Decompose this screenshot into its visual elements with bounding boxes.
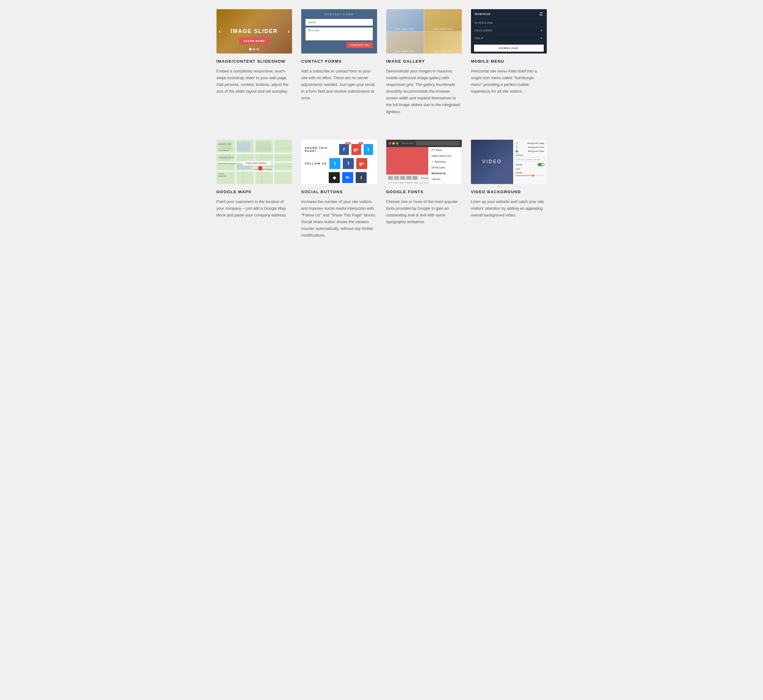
font-item-droidsans[interactable]: Droid Sans xyxy=(428,165,461,170)
fonts-table-icon[interactable]: ▦ xyxy=(394,176,399,180)
behance-icon: Be xyxy=(346,176,350,179)
mm-hamburger-icon[interactable]: ☰ xyxy=(539,12,543,17)
follow-row2: ◆ Be t xyxy=(329,172,373,183)
share-facebook-btn[interactable]: f 192 xyxy=(339,144,349,155)
slider-learn-more[interactable]: LEARN MORE xyxy=(239,38,269,44)
videobg-title: VIDEO BACKGROUND xyxy=(471,189,547,194)
mm-logo: MOBIRISE xyxy=(475,12,491,16)
page-wrapper: IMAGE SLIDER LEARN MORE ‹ › IMAGE/CONTEN… xyxy=(210,0,553,263)
gallery-image: Type caption here Type caption here Type… xyxy=(386,9,462,53)
fonts-max-dot xyxy=(396,142,398,145)
fonts-link-icon[interactable]: 🔗 xyxy=(412,176,417,180)
video-color-label: Color xyxy=(515,168,520,170)
follow-label: FOLLOW US xyxy=(305,162,327,165)
slideshow-desc: Embed a completely responsive, touch-swi… xyxy=(216,68,292,95)
cf-message-input[interactable] xyxy=(306,28,373,41)
gallery-desc: Demonstrate your images in masonry mobil… xyxy=(386,68,462,115)
video-opacity-row: Opacity xyxy=(515,172,544,173)
gallery-card: Type caption here Type caption here Type… xyxy=(386,9,462,115)
contactforms-desc: Add a subscribe or contact form to your … xyxy=(301,68,377,102)
contactforms-card: CONTACT FORM CONTACT US CONTACT FORMS Ad… xyxy=(301,9,377,115)
radio-bg-image[interactable] xyxy=(515,142,518,145)
map-popup-label: Empire State Building xyxy=(246,162,266,164)
mobilemenu-title: MOBILE MENU xyxy=(471,59,547,64)
mm-download-btn[interactable]: DOWNLOAD xyxy=(474,45,544,52)
fonts-dropdown[interactable]: PT Sans Open Sans Con... ✓ Raleway Droid… xyxy=(428,147,462,184)
slider-title: IMAGE SLIDER xyxy=(230,28,278,34)
mm-item-features[interactable]: FEATURES ▼ xyxy=(471,27,547,34)
radio-bg-color[interactable] xyxy=(515,146,518,148)
socialbuttons-title: SOCIAL BUTTONS xyxy=(301,189,377,194)
video-url-input[interactable] xyxy=(515,158,544,161)
mobilemenu-desc: Horizontal site menu folds itself into a… xyxy=(471,68,547,95)
font-item-montserrat[interactable]: Montserrat xyxy=(428,170,461,177)
gallery-cell-2[interactable]: Type caption here xyxy=(424,9,462,31)
follow-facebook-btn[interactable]: f xyxy=(343,158,354,169)
follow-twitter-btn[interactable]: t xyxy=(329,158,340,169)
googlefonts-card: Source Serif PT Sans Open Sans Con... ✓ … xyxy=(386,140,462,239)
font-item-ptsans[interactable]: PT Sans xyxy=(428,147,461,153)
follow-tumblr-btn[interactable]: t xyxy=(356,172,367,183)
socialbuttons-image: SHARE THIS PAGE! f 192 g+ 47 t xyxy=(301,140,377,184)
font-item-ubuntu[interactable]: Ubuntu xyxy=(428,177,461,182)
map-popup-close[interactable]: × xyxy=(267,162,269,164)
cf-name-input[interactable] xyxy=(306,19,373,26)
video-overlay-toggle[interactable] xyxy=(537,163,544,166)
map-label-6: Лехай xyxy=(219,173,224,175)
facebook-icon: f xyxy=(343,147,345,152)
follow-github-btn[interactable]: ◆ xyxy=(329,172,340,183)
video-overlay-row: Overlay xyxy=(515,163,544,166)
share-twitter-btn[interactable]: t xyxy=(363,144,373,155)
gallery-cell-3[interactable]: Type caption here xyxy=(386,32,424,54)
follow-gplus-btn[interactable]: g+ xyxy=(356,158,367,169)
follow-row: FOLLOW US t f g+ xyxy=(305,158,373,169)
font-item-droidserif[interactable]: Droid Serif xyxy=(428,182,461,184)
row1-grid: IMAGE SLIDER LEARN MORE ‹ › IMAGE/CONTEN… xyxy=(216,9,547,115)
map-label-7: МИДТАУН xyxy=(218,175,227,177)
gallery-cell-1[interactable]: Type caption here xyxy=(386,9,424,31)
video-color-row: Color xyxy=(515,168,544,170)
twitter-follow-icon: t xyxy=(334,161,336,166)
slider-dot-1[interactable] xyxy=(249,48,252,50)
maps-preview[interactable]: Джейкоб К. Яви... Times Square Conventio… xyxy=(216,140,292,184)
slider-dot-3[interactable] xyxy=(257,48,259,50)
follow-behance-btn[interactable]: Be xyxy=(342,172,353,183)
github-icon: ◆ xyxy=(333,175,336,180)
slideshow-image: IMAGE SLIDER LEARN MORE ‹ › xyxy=(216,9,292,53)
gallery-caption-4: Type caption here xyxy=(424,50,462,52)
tumblr-icon: t xyxy=(360,175,362,180)
video-slider-track[interactable] xyxy=(515,175,544,176)
fonts-align-icon[interactable]: ≡ xyxy=(388,176,393,180)
map-label-3: Convention Center xyxy=(219,156,234,158)
share-label: SHARE THIS PAGE! xyxy=(305,147,337,153)
slider-dots xyxy=(249,48,259,50)
font-item-opensans[interactable]: Open Sans Con... xyxy=(428,153,461,159)
slider-dot-2[interactable] xyxy=(253,48,255,50)
map-label-2: Times Square xyxy=(218,150,229,151)
slider-prev-arrow[interactable]: ‹ xyxy=(219,28,221,34)
slideshow-card: IMAGE SLIDER LEARN MORE ‹ › IMAGE/CONTEN… xyxy=(216,9,292,115)
slider-next-arrow[interactable]: › xyxy=(288,28,290,34)
share-gplus-btn[interactable]: g+ 47 xyxy=(351,144,361,155)
radio-bg-video[interactable] xyxy=(515,150,518,153)
fonts-list-icon[interactable]: ☰ xyxy=(400,176,405,180)
mm-item-help[interactable]: HELP ▼ xyxy=(471,34,547,42)
cf-submit-button[interactable]: CONTACT US xyxy=(346,42,373,48)
video-slider-thumb[interactable] xyxy=(532,174,534,177)
video-opacity-label: Opacity xyxy=(515,172,522,173)
mm-item-overview[interactable]: OVERVIEW xyxy=(471,19,547,27)
video-settings-panel: Background Image Background Color Backgr… xyxy=(513,140,547,184)
fonts-url-bar xyxy=(415,141,459,145)
googlemaps-title: GOOGLE MAPS xyxy=(216,189,292,194)
gallery-cell-4[interactable]: Type caption here xyxy=(424,32,462,54)
fonts-text-icon[interactable]: T xyxy=(406,176,411,180)
share-row: SHARE THIS PAGE! f 192 g+ 47 t xyxy=(305,144,373,155)
googlefonts-desc: Choose one or more of the most popular f… xyxy=(386,198,462,225)
video-bg-image-label: Background Image xyxy=(528,142,544,144)
video-youtube-label: YouTube xyxy=(515,154,523,156)
map-popup: Empire State Building × xyxy=(243,161,271,166)
contactforms-image: CONTACT FORM CONTACT US xyxy=(301,9,377,53)
video-opacity-slider xyxy=(515,175,544,176)
font-item-raleway[interactable]: ✓ Raleway xyxy=(428,159,461,165)
slideshow-title: IMAGE/CONTENT SLIDESHOW xyxy=(216,59,292,64)
